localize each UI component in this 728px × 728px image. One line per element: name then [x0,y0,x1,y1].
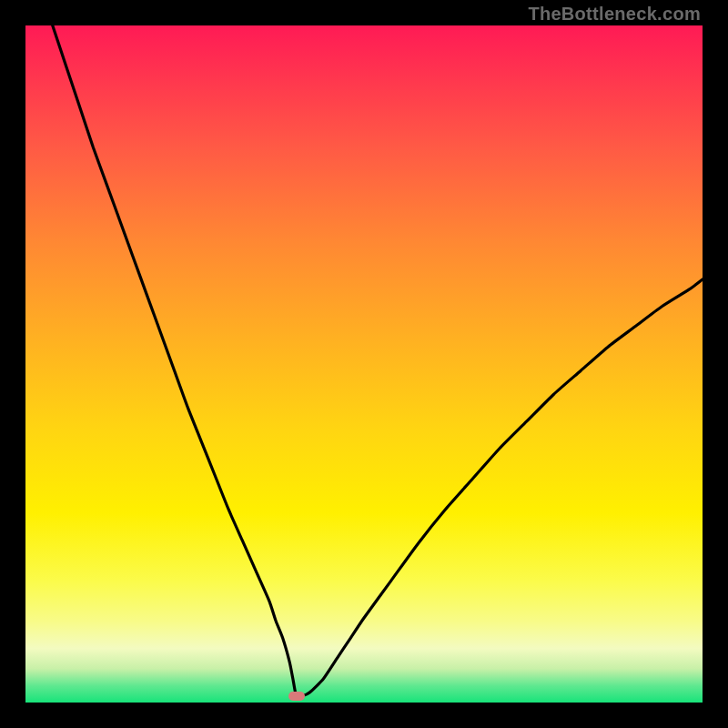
bottleneck-marker [288,692,305,701]
bottleneck-curve [25,25,703,703]
watermark-text: TheBottleneck.com [528,4,701,25]
chart-plot-area [25,25,703,703]
